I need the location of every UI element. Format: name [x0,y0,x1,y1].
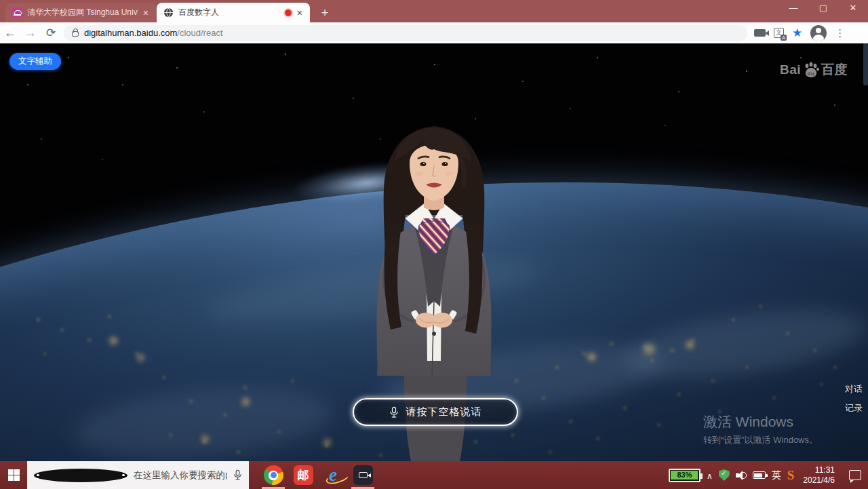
forward-button[interactable]: → [20,26,41,40]
battery-tray-icon[interactable] [753,471,766,479]
maximize-button[interactable]: ▢ [808,0,838,18]
digital-human-stage: 文字辅助 Bai du 百度 请按下空格说话 对话 [0,43,868,461]
back-button[interactable]: ← [0,26,20,40]
browser-window: 清华大学校园网 Tsinghua Univ × 百度数字人 × + — ▢ ✕ … [0,0,868,489]
minimize-button[interactable]: — [778,0,808,18]
time-label: 11:31 [803,465,835,475]
taskbar-clock[interactable]: 11:31 2021/4/6 [800,465,837,486]
baidu-logo: Bai du 百度 [780,61,848,79]
push-to-talk-button[interactable]: 请按下空格说话 [353,398,518,426]
search-placeholder-text: 在这里输入你要搜索的内容 [134,469,227,482]
mail-app-icon: 邮 [294,465,313,485]
taskbar-apps: 邮 e [258,461,378,489]
bookmark-star-icon[interactable]: ★ [792,26,802,40]
language-indicator[interactable]: 英 [772,469,781,482]
activate-windows-watermark: 激活 Windows 转到“设置”以激活 Windows。 [703,412,818,446]
taskbar-search-input[interactable]: 在这里输入你要搜索的内容 [27,461,249,489]
tab-tsinghua[interactable]: 清华大学校园网 Tsinghua Univ × [5,3,156,22]
battery-widget[interactable]: 83% [669,469,701,482]
baidu-logo-cn: 百度 [821,61,848,79]
page-scrollbar[interactable] [863,43,868,85]
baidu-logo-bai: Bai [780,62,801,77]
toolbar-action-icons: 文 ★ ⋮ [754,25,845,41]
url-text[interactable]: digitalhuman.baidu.com/cloud/react [84,28,223,38]
text-assist-button[interactable]: 文字辅助 [9,53,61,70]
internet-explorer-icon: e [329,465,337,485]
cortana-icon [34,469,127,482]
battery-percent-label: 83% [671,471,698,480]
tsinghua-favicon-icon [12,7,22,18]
tab-strip: 清华大学校园网 Tsinghua Univ × 百度数字人 × + — ▢ ✕ [0,0,868,22]
volume-icon[interactable] [736,471,747,480]
url-domain: digitalhuman.baidu.com [84,28,177,38]
watermark-title: 激活 Windows [703,412,818,431]
screen-recorder-icon [353,465,373,485]
reload-button[interactable]: ⟳ [41,26,61,40]
tab-title: 清华大学校园网 Tsinghua Univ [27,7,138,18]
url-path: /cloud/react [177,28,222,38]
window-controls: — ▢ ✕ [778,0,868,18]
tab-close-icon[interactable]: × [142,8,149,18]
taskbar-recorder-button[interactable] [348,461,378,489]
taskbar-chrome-button[interactable] [258,461,288,489]
baidu-paw-icon: du [802,61,820,79]
translate-icon[interactable]: 文 [774,28,784,38]
search-mic-icon[interactable] [233,469,242,482]
tray-expand-chevron-icon[interactable]: ∧ [707,471,713,481]
chrome-icon [264,465,283,485]
sogou-input-icon[interactable]: S [787,468,795,483]
tab-digital-human[interactable]: 百度数字人 × [157,3,310,22]
side-panel-labels: 对话 记录 [845,383,863,421]
browser-toolbar: ← → ⟳ digitalhuman.baidu.com/cloud/react… [0,22,868,43]
taskbar-mail-button[interactable]: 邮 [288,461,318,489]
defender-shield-icon[interactable] [719,469,730,481]
microphone-icon [389,404,399,420]
windows-taskbar: 在这里输入你要搜索的内容 邮 e 83% [0,461,868,489]
close-button[interactable]: ✕ [838,0,868,18]
city-lights-bright [0,43,3,47]
profile-avatar[interactable] [810,25,827,41]
system-tray: 83% ∧ 英 S 11:31 2021/4/6 [669,461,868,489]
tab-close-icon[interactable]: × [296,8,303,18]
dialog-tab[interactable]: 对话 [845,383,863,395]
windows-logo-icon [8,469,20,481]
tab-title: 百度数字人 [178,7,280,18]
taskbar-ie-button[interactable]: e [318,461,348,489]
date-label: 2021/4/6 [803,475,835,486]
globe-favicon-icon [163,7,174,18]
camera-capture-icon[interactable] [754,29,766,37]
recording-indicator-icon [285,9,292,16]
address-bar[interactable]: digitalhuman.baidu.com/cloud/react [64,25,747,41]
watermark-subtitle: 转到“设置”以激活 Windows。 [703,434,818,446]
menu-dots-icon[interactable]: ⋮ [835,27,845,39]
action-center-icon[interactable] [849,470,861,480]
lock-icon [72,31,79,37]
svg-text:du: du [808,71,815,77]
push-to-talk-label: 请按下空格说话 [406,406,482,418]
record-tab[interactable]: 记录 [845,402,863,414]
new-tab-button[interactable]: + [316,4,334,22]
start-button[interactable] [0,461,27,489]
